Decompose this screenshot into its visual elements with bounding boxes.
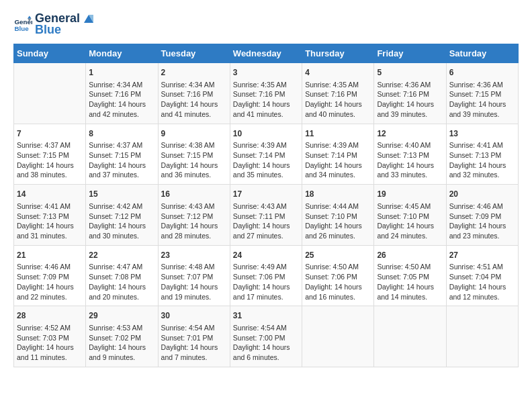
calendar-cell: 21Sunrise: 4:46 AMSunset: 7:09 PMDayligh… xyxy=(14,245,86,306)
cell-info: Sunrise: 4:39 AMSunset: 7:14 PMDaylight:… xyxy=(305,140,371,180)
day-number: 23 xyxy=(161,250,227,261)
calendar-cell: 29Sunrise: 4:53 AMSunset: 7:02 PMDayligh… xyxy=(86,306,158,367)
calendar-cell: 27Sunrise: 4:51 AMSunset: 7:04 PMDayligh… xyxy=(446,245,518,306)
day-number: 21 xyxy=(17,250,83,261)
cell-info: Sunrise: 4:38 AMSunset: 7:15 PMDaylight:… xyxy=(161,140,227,180)
calendar-cell xyxy=(14,63,86,124)
day-number: 30 xyxy=(161,310,227,322)
day-number: 13 xyxy=(449,128,515,140)
cell-info: Sunrise: 4:36 AMSunset: 7:15 PMDaylight:… xyxy=(449,80,515,120)
cell-info: Sunrise: 4:34 AMSunset: 7:16 PMDaylight:… xyxy=(161,80,227,120)
cell-info: Sunrise: 4:41 AMSunset: 7:13 PMDaylight:… xyxy=(449,140,515,180)
day-number: 19 xyxy=(377,189,443,200)
logo-icon: General Blue xyxy=(13,15,32,34)
day-number: 27 xyxy=(449,250,515,261)
calendar-cell: 5Sunrise: 4:36 AMSunset: 7:16 PMDaylight… xyxy=(374,63,446,124)
logo-triangle xyxy=(81,11,96,26)
calendar-cell: 3Sunrise: 4:35 AMSunset: 7:16 PMDaylight… xyxy=(230,63,302,124)
col-header-thursday: Thursday xyxy=(302,44,374,63)
day-number: 17 xyxy=(233,189,299,200)
cell-info: Sunrise: 4:50 AMSunset: 7:05 PMDaylight:… xyxy=(377,262,443,302)
day-number: 1 xyxy=(89,67,154,79)
day-number: 4 xyxy=(305,67,371,79)
calendar-cell: 4Sunrise: 4:35 AMSunset: 7:16 PMDaylight… xyxy=(302,63,374,124)
cell-info: Sunrise: 4:42 AMSunset: 7:12 PMDaylight:… xyxy=(89,201,154,241)
day-number: 10 xyxy=(233,128,299,140)
calendar-cell: 20Sunrise: 4:46 AMSunset: 7:09 PMDayligh… xyxy=(446,185,518,246)
cell-info: Sunrise: 4:35 AMSunset: 7:16 PMDaylight:… xyxy=(305,80,371,120)
calendar-cell: 10Sunrise: 4:39 AMSunset: 7:14 PMDayligh… xyxy=(230,124,302,185)
day-number: 16 xyxy=(161,189,227,200)
col-header-monday: Monday xyxy=(86,44,158,63)
calendar-cell: 26Sunrise: 4:50 AMSunset: 7:05 PMDayligh… xyxy=(374,245,446,306)
day-number: 3 xyxy=(233,67,299,79)
week-row-3: 14Sunrise: 4:41 AMSunset: 7:13 PMDayligh… xyxy=(14,185,519,246)
day-number: 11 xyxy=(305,128,371,140)
cell-info: Sunrise: 4:40 AMSunset: 7:13 PMDaylight:… xyxy=(377,140,443,180)
calendar-cell: 1Sunrise: 4:34 AMSunset: 7:16 PMDaylight… xyxy=(86,63,158,124)
day-number: 18 xyxy=(305,189,371,200)
calendar-cell xyxy=(446,306,518,367)
day-number: 9 xyxy=(161,128,227,140)
calendar-cell: 23Sunrise: 4:48 AMSunset: 7:07 PMDayligh… xyxy=(158,245,230,306)
calendar-cell: 18Sunrise: 4:44 AMSunset: 7:10 PMDayligh… xyxy=(302,185,374,246)
col-header-sunday: Sunday xyxy=(14,44,86,63)
col-header-saturday: Saturday xyxy=(446,44,518,63)
col-header-friday: Friday xyxy=(374,44,446,63)
cell-info: Sunrise: 4:39 AMSunset: 7:14 PMDaylight:… xyxy=(233,140,299,180)
calendar-cell: 8Sunrise: 4:37 AMSunset: 7:15 PMDaylight… xyxy=(86,124,158,185)
day-number: 12 xyxy=(377,128,443,140)
day-number: 14 xyxy=(17,189,83,200)
logo: General Blue General Blue xyxy=(13,11,96,37)
calendar-cell: 12Sunrise: 4:40 AMSunset: 7:13 PMDayligh… xyxy=(374,124,446,185)
cell-info: Sunrise: 4:50 AMSunset: 7:06 PMDaylight:… xyxy=(305,262,371,302)
day-number: 24 xyxy=(233,250,299,261)
day-number: 6 xyxy=(449,67,515,79)
cell-info: Sunrise: 4:44 AMSunset: 7:10 PMDaylight:… xyxy=(305,201,371,241)
cell-info: Sunrise: 4:49 AMSunset: 7:06 PMDaylight:… xyxy=(233,262,299,302)
day-number: 2 xyxy=(161,67,227,79)
cell-info: Sunrise: 4:45 AMSunset: 7:10 PMDaylight:… xyxy=(377,201,443,241)
day-number: 28 xyxy=(17,310,83,322)
svg-text:Blue: Blue xyxy=(14,24,29,32)
cell-info: Sunrise: 4:47 AMSunset: 7:08 PMDaylight:… xyxy=(89,262,154,302)
cell-info: Sunrise: 4:51 AMSunset: 7:04 PMDaylight:… xyxy=(449,262,515,302)
calendar-cell: 6Sunrise: 4:36 AMSunset: 7:15 PMDaylight… xyxy=(446,63,518,124)
calendar-cell: 7Sunrise: 4:37 AMSunset: 7:15 PMDaylight… xyxy=(14,124,86,185)
calendar-cell: 9Sunrise: 4:38 AMSunset: 7:15 PMDaylight… xyxy=(158,124,230,185)
calendar-cell: 16Sunrise: 4:43 AMSunset: 7:12 PMDayligh… xyxy=(158,185,230,246)
cell-info: Sunrise: 4:43 AMSunset: 7:12 PMDaylight:… xyxy=(161,201,227,241)
calendar-cell: 17Sunrise: 4:43 AMSunset: 7:11 PMDayligh… xyxy=(230,185,302,246)
calendar-cell: 31Sunrise: 4:54 AMSunset: 7:00 PMDayligh… xyxy=(230,306,302,367)
day-number: 7 xyxy=(17,128,83,140)
cell-info: Sunrise: 4:46 AMSunset: 7:09 PMDaylight:… xyxy=(17,262,83,302)
calendar-cell: 28Sunrise: 4:52 AMSunset: 7:03 PMDayligh… xyxy=(14,306,86,367)
calendar-cell: 2Sunrise: 4:34 AMSunset: 7:16 PMDaylight… xyxy=(158,63,230,124)
week-row-4: 21Sunrise: 4:46 AMSunset: 7:09 PMDayligh… xyxy=(14,245,519,306)
cell-info: Sunrise: 4:41 AMSunset: 7:13 PMDaylight:… xyxy=(17,201,83,241)
cell-info: Sunrise: 4:35 AMSunset: 7:16 PMDaylight:… xyxy=(233,80,299,120)
col-header-wednesday: Wednesday xyxy=(230,44,302,63)
cell-info: Sunrise: 4:37 AMSunset: 7:15 PMDaylight:… xyxy=(17,140,83,180)
calendar-cell: 25Sunrise: 4:50 AMSunset: 7:06 PMDayligh… xyxy=(302,245,374,306)
day-number: 31 xyxy=(233,310,299,322)
day-number: 8 xyxy=(89,128,154,140)
week-row-1: 1Sunrise: 4:34 AMSunset: 7:16 PMDaylight… xyxy=(14,63,519,124)
calendar-cell: 15Sunrise: 4:42 AMSunset: 7:12 PMDayligh… xyxy=(86,185,158,246)
cell-info: Sunrise: 4:52 AMSunset: 7:03 PMDaylight:… xyxy=(17,323,83,363)
col-header-tuesday: Tuesday xyxy=(158,44,230,63)
cell-info: Sunrise: 4:36 AMSunset: 7:16 PMDaylight:… xyxy=(377,80,443,120)
page-header: General Blue General Blue xyxy=(13,11,519,37)
svg-marker-2 xyxy=(28,15,32,18)
cell-info: Sunrise: 4:54 AMSunset: 7:00 PMDaylight:… xyxy=(233,323,299,363)
calendar-cell: 13Sunrise: 4:41 AMSunset: 7:13 PMDayligh… xyxy=(446,124,518,185)
calendar-cell: 19Sunrise: 4:45 AMSunset: 7:10 PMDayligh… xyxy=(374,185,446,246)
calendar-cell: 14Sunrise: 4:41 AMSunset: 7:13 PMDayligh… xyxy=(14,185,86,246)
day-number: 26 xyxy=(377,250,443,261)
calendar-cell: 30Sunrise: 4:54 AMSunset: 7:01 PMDayligh… xyxy=(158,306,230,367)
day-number: 29 xyxy=(89,310,154,322)
day-number: 22 xyxy=(89,250,154,261)
calendar-cell: 24Sunrise: 4:49 AMSunset: 7:06 PMDayligh… xyxy=(230,245,302,306)
calendar-cell xyxy=(374,306,446,367)
cell-info: Sunrise: 4:43 AMSunset: 7:11 PMDaylight:… xyxy=(233,201,299,241)
